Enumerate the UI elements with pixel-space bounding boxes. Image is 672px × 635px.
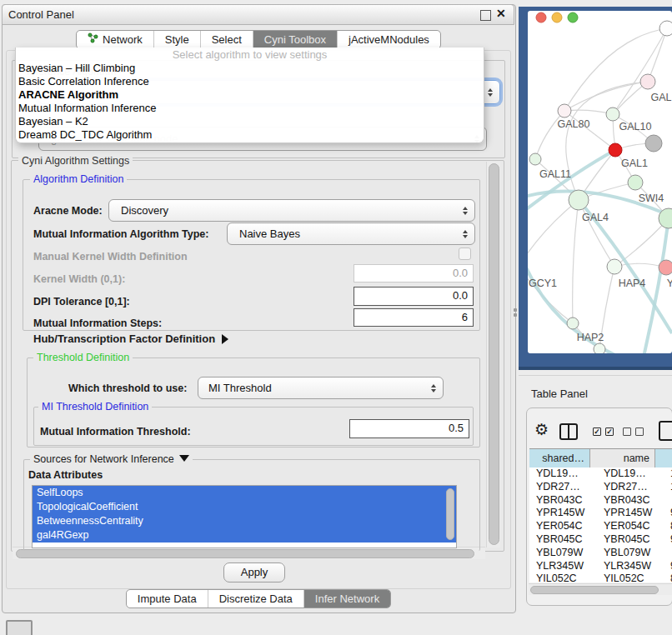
algorithm-option[interactable]: Bayesian – Hill Climbing	[16, 62, 484, 75]
dpi-tolerance-field[interactable]: 0.0	[354, 287, 474, 306]
close-window-icon[interactable]	[536, 12, 546, 22]
table-horizontal-scrollbar[interactable]	[529, 583, 672, 595]
network-node[interactable]	[609, 143, 622, 157]
table-cell: YER054C	[529, 520, 597, 533]
tab-infer-network[interactable]: Infer Network	[304, 590, 390, 608]
dpi-tolerance-label: DPI Tolerance [0,1]:	[33, 296, 130, 308]
table-row[interactable]: YDL19…YDL19…13	[529, 468, 672, 481]
network-node[interactable]	[659, 21, 672, 36]
tab-cyni-toolbox[interactable]: Cyni Toolbox	[253, 31, 338, 48]
table-row[interactable]: YDR27…YDR27…12	[529, 481, 672, 494]
tab-label: Impute Data	[138, 590, 197, 608]
table-cell: YDL19…	[597, 468, 669, 481]
list-scrollbar[interactable]	[446, 488, 454, 540]
node-label: HAP4	[619, 278, 646, 289]
which-threshold-label: Which threshold to use:	[68, 382, 187, 394]
algorithm-option[interactable]: ARACNE Algorithm	[16, 88, 484, 102]
network-node[interactable]	[607, 259, 622, 274]
table-row[interactable]: YPR145WYPR145W9.	[529, 507, 672, 520]
table-cell: YBL079W	[529, 547, 597, 560]
network-node[interactable]	[567, 318, 579, 329]
tab-select[interactable]: Select	[201, 31, 253, 48]
table-panel-title: Table Panel	[531, 388, 588, 400]
network-node[interactable]	[529, 153, 541, 165]
tab-impute-data[interactable]: Impute Data	[127, 590, 208, 608]
table-cell: YLR345W	[529, 560, 597, 573]
sources-group-toggle[interactable]: Sources for Network Inference	[30, 453, 193, 465]
which-threshold-combo[interactable]: MI Threshold	[198, 377, 444, 399]
mi-threshold-field[interactable]: 0.5	[349, 419, 469, 438]
manual-kernel-checkbox[interactable]	[459, 248, 471, 260]
column-header[interactable]: A	[655, 449, 672, 468]
attribute-item[interactable]: BetweennessCentrality	[33, 514, 456, 528]
control-panel-bottom-tabs: Impute DataDiscretize DataInfer Network	[0, 589, 517, 608]
algorithm-option[interactable]: Mutual Information Inference	[16, 102, 484, 115]
kernel-width-field[interactable]: 0.0	[354, 264, 474, 282]
apply-button[interactable]: Apply	[223, 562, 285, 582]
network-node[interactable]	[594, 343, 605, 355]
hub-definition-toggle[interactable]: Hub/Transcription Factor Definition	[33, 332, 228, 345]
table-cell: YBR043C	[597, 494, 669, 508]
kernel-width-label: Kernel Width (0,1):	[33, 273, 125, 285]
minimize-window-icon[interactable]	[552, 12, 562, 22]
cyni-settings-group-title: Cyni Algorithm Settings	[18, 155, 133, 167]
network-view[interactable]: GALGAL80GAL10GAL11GAL1SWI4GAL4GCY1HAP4YH…	[519, 7, 672, 372]
attribute-item[interactable]: TopologicalCoefficient	[33, 500, 456, 514]
table-row[interactable]: YIL052CYIL052C8.	[529, 572, 672, 582]
network-node[interactable]	[569, 190, 589, 210]
algorithm-option[interactable]: Bayesian – K2	[16, 115, 484, 128]
panel-resize-handle[interactable]	[514, 308, 517, 312]
tab-jactivemnodules[interactable]: jActiveMNodules	[338, 31, 440, 48]
attribute-item[interactable]: gal4RGexp	[33, 528, 456, 542]
network-node[interactable]	[645, 135, 662, 152]
tab-discretize-data[interactable]: Discretize Data	[208, 590, 304, 608]
control-panel-titlebar[interactable]	[2, 4, 514, 25]
float-window-icon[interactable]	[480, 10, 491, 21]
table-row[interactable]: YBR043CYBR043C	[529, 494, 672, 508]
gear-icon[interactable]: ⚙	[534, 422, 549, 438]
tab-style[interactable]: Style	[154, 31, 201, 48]
table-cell: 13	[669, 468, 672, 481]
attribute-item[interactable]: SelfLoops	[33, 486, 456, 500]
column-header[interactable]: shared…	[529, 449, 590, 468]
node-label: HAP2	[577, 332, 604, 343]
close-icon[interactable]: ✕	[496, 7, 506, 20]
threshold-definition-title: Threshold Definition	[33, 352, 133, 363]
network-node[interactable]	[628, 175, 643, 190]
settings-vertical-scrollbar[interactable]	[486, 162, 500, 548]
network-node[interactable]	[659, 260, 672, 275]
zoom-window-icon[interactable]	[568, 12, 578, 22]
float-panel-icon[interactable]	[6, 620, 33, 635]
mi-type-value: Naive Bayes	[239, 223, 300, 244]
table-row[interactable]: YBR045CYBR045C9.	[529, 533, 672, 547]
mi-steps-field[interactable]: 6	[354, 308, 474, 327]
mi-type-combo[interactable]: Naive Bayes	[227, 222, 475, 245]
network-node[interactable]	[606, 108, 619, 121]
node-label: GAL80	[558, 118, 590, 130]
combo-stepper-icon	[431, 384, 436, 392]
app-root: Control Panel ✕ NetworkStyleSelectCyni T…	[0, 0, 672, 635]
network-canvas[interactable]	[528, 11, 672, 353]
algorithm-definition-title: Algorithm Definition	[30, 173, 127, 185]
table-row[interactable]: YLR345WYLR345W9.	[529, 560, 672, 573]
checked-boxes-icon[interactable]: ✓✓	[593, 428, 614, 436]
tab-label: Discretize Data	[219, 590, 293, 608]
page-icon[interactable]	[659, 421, 672, 441]
table-cell: YER054C	[597, 520, 669, 533]
algorithm-option[interactable]: Dream8 DC_TDC Algorithm	[16, 128, 484, 142]
aracne-mode-combo[interactable]: Discovery	[108, 199, 475, 222]
network-node[interactable]	[640, 74, 655, 89]
control-panel-tabs: NetworkStyleSelectCyni ToolboxjActiveMNo…	[0, 30, 517, 49]
split-columns-icon[interactable]	[559, 423, 578, 440]
unchecked-boxes-icon[interactable]	[623, 428, 644, 436]
data-attributes-list[interactable]: SelfLoopsTopologicalCoefficientBetweenne…	[32, 485, 457, 548]
combo-stepper-icon	[463, 230, 468, 238]
table-cell: 9.	[669, 533, 672, 547]
network-node[interactable]	[558, 104, 571, 118]
column-header[interactable]: name	[590, 449, 655, 468]
tab-network[interactable]: Network	[77, 31, 154, 48]
algorithm-option[interactable]: Basic Correlation Inference	[16, 75, 484, 88]
table-row[interactable]: YER054CYER054C8.	[529, 520, 672, 533]
table-cell	[669, 547, 672, 560]
table-row[interactable]: YBL079WYBL079W	[529, 547, 672, 560]
